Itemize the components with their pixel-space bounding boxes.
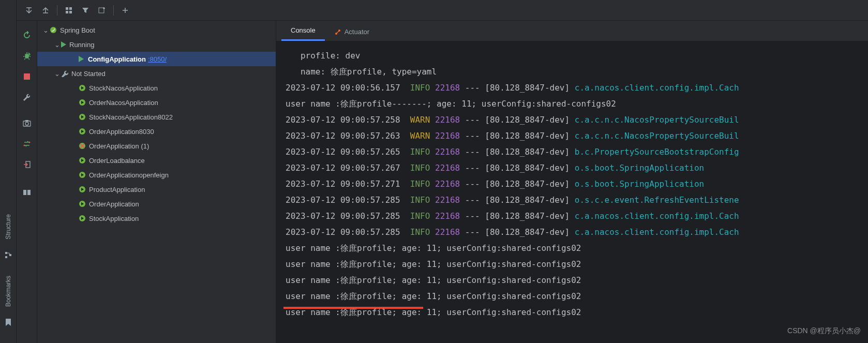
svg-rect-17 [27, 190, 31, 195]
console-line: 2023-07-12 09:00:57.265 INFO 22168 --- [… [286, 144, 868, 160]
separator [57, 5, 57, 16]
spring-icon [50, 26, 57, 34]
svg-rect-4 [69, 7, 72, 10]
console-tab[interactable]: Console [281, 21, 325, 41]
group-button[interactable] [62, 3, 76, 18]
expand-all-button[interactable] [22, 3, 36, 18]
bookmarks-tab[interactable]: Bookmarks [5, 276, 12, 307]
rerun-button[interactable] [20, 28, 34, 42]
svg-rect-3 [66, 7, 68, 10]
spring-run-icon [79, 171, 86, 178]
console-line: user name :徐庶profile; age: 11; userConfi… [286, 288, 868, 304]
app-item[interactable]: OrderApplication [37, 197, 276, 211]
svg-point-14 [23, 145, 25, 146]
exit-button[interactable] [20, 157, 34, 172]
add-button[interactable] [118, 3, 132, 18]
chevron-down-icon: ⌄ [53, 70, 61, 78]
spring-run-icon [79, 157, 86, 164]
play-icon [79, 56, 84, 62]
app-label: ProductApplication [89, 186, 145, 193]
app-label: OrderApplication [89, 200, 139, 208]
console-line: name: 徐庶profile, type=yaml [286, 64, 868, 80]
console-line: 2023-07-12 09:00:57.267 INFO 22168 --- [… [286, 160, 868, 176]
svg-rect-2 [9, 254, 11, 256]
app-item[interactable]: ProductApplication [37, 182, 276, 197]
stop-button[interactable] [20, 69, 34, 84]
svg-rect-6 [69, 11, 72, 13]
svg-point-8 [25, 54, 29, 58]
console-panel: Console Actuator profile: dev name: 徐庶pr… [276, 21, 868, 343]
spring-run-icon [79, 186, 86, 193]
spring-error-icon [79, 142, 86, 150]
spring-run-icon [79, 128, 86, 135]
console-output[interactable]: profile: dev name: 徐庶profile, type=yaml2… [276, 41, 868, 343]
app-label: OrderNacosApplication [89, 99, 158, 107]
app-port-link[interactable]: :8050/ [148, 55, 167, 63]
running-group[interactable]: ⌄ Running [37, 37, 276, 52]
console-line: 2023-07-12 09:00:57.271 INFO 22168 --- [… [286, 176, 868, 192]
app-item[interactable]: StockApplication [37, 211, 276, 226]
svg-point-11 [25, 122, 28, 125]
app-item[interactable]: OrderApplication (1) [37, 139, 276, 153]
svg-rect-1 [5, 256, 7, 258]
run-actions-column [17, 21, 37, 343]
app-label: StockNacosApplication [89, 84, 158, 92]
app-item[interactable]: OrderApplication8030 [37, 124, 276, 139]
app-item[interactable]: OrderNacosApplication [37, 95, 276, 110]
console-line: 2023-07-12 09:00:57.263 WARN 22168 --- [… [286, 128, 868, 144]
actuator-icon [334, 28, 341, 36]
bookmarks-icon[interactable] [2, 316, 14, 329]
app-item[interactable]: OrderLoadbalance [37, 153, 276, 168]
svg-point-13 [28, 142, 30, 143]
actuator-tab[interactable]: Actuator [325, 23, 379, 41]
console-line: 2023-07-12 09:00:57.285 INFO 22168 --- [… [286, 192, 868, 208]
add-service-button[interactable] [95, 3, 109, 18]
app-label: StockNacosApplication8022 [89, 113, 173, 121]
not-started-group[interactable]: ⌄ Not Started [37, 66, 276, 81]
console-line: user name :徐庶profile; age: 11; userConfi… [286, 256, 868, 272]
separator [113, 5, 114, 16]
not-started-label: Not Started [71, 70, 106, 78]
hotswap-button[interactable] [20, 137, 34, 151]
config-application-item[interactable]: ConfigApplication :8050/ [37, 52, 276, 66]
camera-button[interactable] [20, 116, 34, 130]
structure-tab[interactable]: Structure [5, 214, 12, 240]
rerun-debug-button[interactable] [20, 49, 34, 63]
app-item[interactable]: StockNacosApplication8022 [37, 110, 276, 124]
app-label: OrderApplication8030 [89, 128, 154, 136]
svg-rect-16 [23, 190, 26, 195]
app-label: OrderApplicationopenfeign [89, 171, 169, 179]
console-line: user name :徐庶profile-------; age: 11; us… [286, 96, 868, 112]
app-label: StockApplication [89, 215, 139, 222]
spring-run-icon [79, 215, 86, 222]
app-label: OrderLoadbalance [89, 157, 145, 165]
csdn-watermark: CSDN @程序员小杰@ [787, 323, 861, 339]
app-item[interactable]: StockNacosApplication [37, 81, 276, 95]
spring-run-icon [79, 113, 86, 121]
layout-button[interactable] [20, 185, 34, 200]
app-label: OrderApplication (1) [89, 142, 149, 150]
services-tree: ⌄ Spring Boot ⌄ Running ConfigAppli [37, 21, 276, 343]
chevron-down-icon: ⌄ [53, 41, 61, 49]
gear-icon [61, 70, 68, 77]
spring-run-icon [79, 200, 86, 207]
wrench-button[interactable] [20, 90, 34, 105]
svg-rect-9 [24, 73, 30, 80]
root-label: Spring Boot [60, 26, 95, 34]
console-line: user name :徐庶profile; age: 11; userConfi… [286, 240, 868, 256]
red-underline-annotation [283, 307, 423, 309]
spring-run-icon [79, 99, 86, 106]
spring-run-icon [79, 84, 86, 92]
structure-icon[interactable] [2, 249, 14, 261]
console-line: profile: dev [286, 48, 868, 64]
filter-button[interactable] [78, 3, 93, 18]
console-line: 2023-07-12 09:00:56.157 INFO 22168 --- [… [286, 80, 868, 96]
console-line: 2023-07-12 09:00:57.285 INFO 22168 --- [… [286, 224, 868, 240]
play-icon [61, 41, 66, 48]
console-line: 2023-07-12 09:00:57.258 WARN 22168 --- [… [286, 112, 868, 128]
app-item[interactable]: OrderApplicationopenfeign [37, 168, 276, 182]
collapse-all-button[interactable] [38, 3, 53, 18]
services-toolbar [17, 0, 868, 21]
app-label: ConfigApplication [88, 55, 146, 63]
spring-boot-root[interactable]: ⌄ Spring Boot [37, 23, 276, 37]
